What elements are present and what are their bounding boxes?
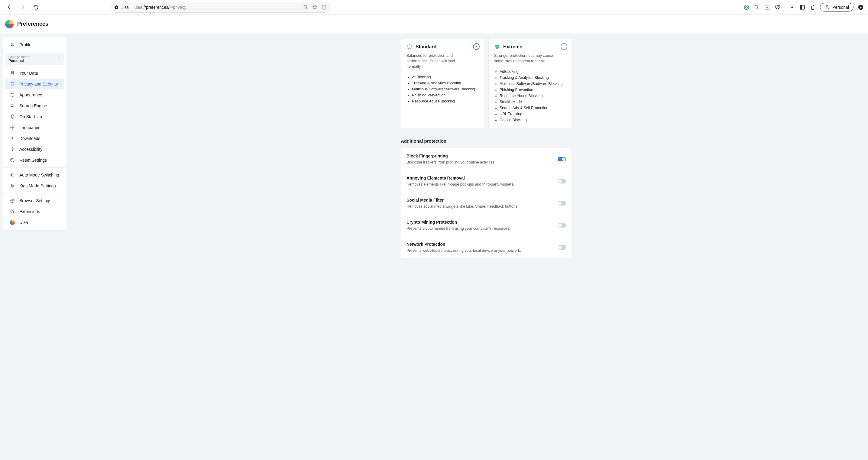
- shield-filled-icon: [494, 44, 500, 50]
- protection-card-extreme[interactable]: Extreme Stronger protection, but may cau…: [488, 39, 572, 129]
- feature-item: Phishing Prevention: [500, 87, 566, 93]
- sidebar-item-ulaa[interactable]: Ulaa: [5, 217, 64, 228]
- browser-toolbar: Ulaa ulaa://preferences/#/privacy Person…: [0, 0, 868, 14]
- sidebar-item-browser-settings[interactable]: Browser Settings: [5, 195, 64, 206]
- sidebar-item-label: Appearance: [19, 92, 42, 97]
- arrow-right-icon: [20, 4, 26, 10]
- toggle-row-social-media-filter: Social Media FilterRemoves social media …: [401, 192, 571, 214]
- feature-list: AdBlockingTracking & Analytics BlockingM…: [494, 69, 566, 123]
- profile-button[interactable]: Personal: [820, 3, 854, 11]
- bookmark-star-icon[interactable]: [312, 4, 318, 10]
- sidebar-item-privacy-and-security[interactable]: Privacy and Security: [5, 79, 64, 89]
- sidebar-item-on-start-up[interactable]: On Start-Up: [5, 111, 64, 122]
- shield-icon[interactable]: [321, 4, 327, 10]
- sidebar-divider: [3, 193, 66, 193]
- toggle-title: Crypto Mining Protection: [406, 220, 510, 224]
- forward-button[interactable]: [18, 2, 28, 12]
- sidepanel-badge-icon[interactable]: [764, 4, 770, 10]
- toggle-switch[interactable]: [558, 157, 566, 161]
- card-desc: Stronger protection, but may cause some …: [494, 53, 558, 64]
- sidebar-item-icon: [10, 136, 15, 141]
- card-desc: Balanced for protection and performance.…: [406, 53, 470, 69]
- sidebar-item-label: Downloads: [19, 136, 40, 141]
- page-title: Preferences: [17, 21, 49, 27]
- feature-item: Tracking & Analytics Blocking: [500, 75, 566, 81]
- app-header: Preferences: [0, 14, 868, 34]
- card-title: Extreme: [503, 44, 522, 50]
- sidebar-item-icon: [10, 82, 15, 86]
- card-title: Standard: [415, 44, 436, 50]
- main-content: Standard Balanced for protection and per…: [66, 34, 868, 460]
- sidebar-item-label: Kids Mode Settings: [19, 183, 56, 188]
- user-icon: [10, 42, 15, 47]
- feature-item: Malicious Software/Badware Blocking: [500, 81, 566, 87]
- sidebar-item-label: Extensions: [19, 209, 40, 214]
- downloads-icon[interactable]: [789, 4, 795, 10]
- protection-card-standard[interactable]: Standard Balanced for protection and per…: [401, 39, 484, 129]
- svg-point-3: [744, 5, 749, 9]
- radio-unselected-icon[interactable]: [561, 43, 567, 50]
- sidebar-item-label: Auto Mode Switching: [19, 173, 59, 177]
- ulaa-logo-icon: [5, 20, 13, 28]
- sidebar-item-icon: [10, 158, 15, 163]
- sidebar-item-appearance[interactable]: Appearance: [5, 89, 64, 100]
- back-button[interactable]: [4, 2, 14, 12]
- sidebar-item-reset-settings[interactable]: Reset Settings: [5, 155, 64, 165]
- toggle-switch[interactable]: [558, 245, 566, 250]
- toggle-row-crypto-mining-protection: Crypto Mining ProtectionPrevents crypto …: [401, 214, 571, 236]
- zoom-icon[interactable]: [303, 4, 309, 10]
- site-chip: Ulaa: [114, 5, 132, 10]
- sidebar-item-icon: [10, 147, 15, 152]
- toggle-desc: Removes elements like in-page pop-ups an…: [406, 182, 514, 186]
- sidebar-item-languages[interactable]: Languages: [5, 122, 64, 133]
- sidebar-item-accessibility[interactable]: Accessibility: [5, 144, 64, 155]
- ulaa-favicon-icon: [114, 5, 119, 10]
- svg-point-19: [13, 185, 13, 186]
- delete-trash-icon[interactable]: [810, 4, 816, 10]
- svg-rect-17: [11, 174, 12, 176]
- panel-toggle-icon[interactable]: [799, 4, 805, 10]
- svg-point-13: [11, 104, 13, 107]
- grammarly-icon[interactable]: [743, 4, 749, 10]
- toggle-desc: Prevents websites from accessing your lo…: [406, 248, 521, 253]
- svg-point-4: [755, 5, 758, 8]
- feature-item: URL Tracking: [500, 111, 566, 117]
- feature-item: Phishing Prevention: [412, 92, 478, 98]
- toggle-switch[interactable]: [558, 201, 566, 206]
- sidebar-item-label: Languages: [19, 125, 40, 130]
- feature-item: Stealth Mode: [500, 99, 566, 105]
- sidebar-item-extensions[interactable]: Extensions: [5, 206, 64, 217]
- search-blue-icon[interactable]: [754, 4, 760, 10]
- omnibox[interactable]: Ulaa ulaa://preferences/#/privacy: [111, 2, 330, 13]
- site-chip-label: Ulaa: [121, 5, 129, 9]
- svg-point-1: [116, 6, 117, 8]
- sidebar-item-icon: [10, 92, 15, 97]
- sidebar-item-label: Ulaa: [19, 220, 28, 225]
- sidebar-item-label: Profile: [19, 42, 31, 47]
- mode-selector[interactable]: Change mode Personal: [5, 53, 64, 65]
- sidebar-divider: [3, 167, 66, 168]
- omnibox-url: ulaa://preferences/#/privacy: [134, 5, 301, 10]
- toolbar-separator: [784, 4, 785, 10]
- sidebar-item-your-data[interactable]: Your Data: [5, 68, 64, 79]
- reload-button[interactable]: [31, 2, 41, 12]
- toggle-switch[interactable]: [558, 223, 566, 227]
- more-menu-icon[interactable]: [858, 4, 864, 10]
- sidebar-item-kids-mode-settings[interactable]: Kids Mode Settings: [5, 180, 64, 191]
- shield-outline-icon: [406, 44, 412, 50]
- toggle-row-network-protection: Network ProtectionPrevents websites from…: [401, 236, 571, 258]
- sidebar-item-search-engine[interactable]: Search Engine: [5, 100, 64, 111]
- section-heading: Additional protection: [401, 139, 643, 144]
- feature-item: Malicious Software/Badware Blocking: [412, 86, 478, 92]
- sidebar-item-auto-mode-switching[interactable]: Auto Mode Switching: [5, 170, 64, 180]
- toggle-title: Block Fingerprinting: [406, 154, 496, 158]
- sidebar-item-icon: [10, 114, 15, 119]
- sidebar-item-icon: [10, 125, 15, 130]
- sidebar-profile[interactable]: Profile: [5, 39, 64, 50]
- sidebar-item-downloads[interactable]: Downloads: [5, 133, 64, 144]
- extensions-puzzle-icon[interactable]: [774, 4, 780, 10]
- svg-point-18: [11, 184, 12, 186]
- sidebar-item-icon: [10, 209, 15, 214]
- toggle-switch[interactable]: [558, 179, 566, 183]
- radio-selected-icon[interactable]: [473, 43, 479, 50]
